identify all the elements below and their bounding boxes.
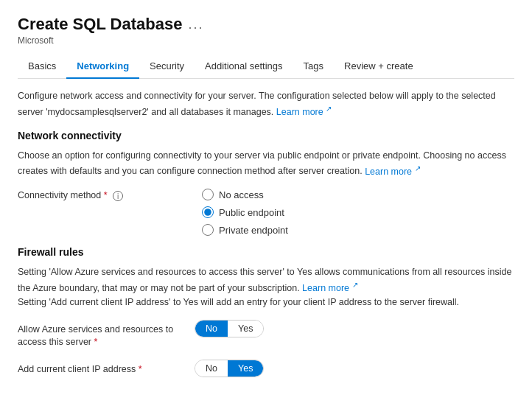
external-link-icon-2: ↗ bbox=[415, 164, 421, 172]
info-icon[interactable]: i bbox=[113, 191, 123, 201]
radio-private-endpoint-label: Private endpoint bbox=[219, 225, 288, 236]
connectivity-desc: Choose an option for configuring connect… bbox=[18, 149, 514, 179]
tab-additional-settings[interactable]: Additional settings bbox=[195, 55, 293, 79]
add-ip-required: * bbox=[139, 364, 142, 374]
tab-tags[interactable]: Tags bbox=[293, 55, 334, 79]
connectivity-radio-group: No access Public endpoint Private endpoi… bbox=[202, 189, 288, 236]
firewall-section-title: Firewall rules bbox=[18, 246, 514, 258]
radio-private-endpoint-input[interactable] bbox=[202, 224, 214, 236]
connectivity-learn-more-link[interactable]: Learn more ↗ bbox=[365, 167, 420, 177]
tab-networking[interactable]: Networking bbox=[66, 55, 139, 79]
add-ip-label: Add current client IP address * bbox=[18, 360, 195, 377]
add-ip-toggle[interactable]: No Yes bbox=[195, 360, 264, 377]
tabs-nav: Basics Networking Security Additional se… bbox=[18, 55, 514, 79]
title-text: Create SQL Database bbox=[18, 15, 182, 34]
radio-private-endpoint[interactable]: Private endpoint bbox=[202, 224, 288, 236]
external-link-icon: ↗ bbox=[326, 105, 332, 113]
tab-security[interactable]: Security bbox=[139, 55, 195, 79]
firewall-info-1: Setting 'Allow Azure services and resour… bbox=[18, 265, 514, 309]
page-title: Create SQL Database bbox=[18, 15, 182, 34]
radio-public-endpoint-input[interactable] bbox=[202, 206, 214, 218]
allow-azure-required: * bbox=[94, 337, 98, 347]
radio-public-endpoint[interactable]: Public endpoint bbox=[202, 206, 288, 218]
radio-public-endpoint-label: Public endpoint bbox=[219, 207, 284, 218]
allow-azure-label: Allow Azure services and resources toacc… bbox=[18, 320, 195, 349]
intro-content: Configure network access and connectivit… bbox=[18, 91, 496, 117]
allow-azure-toggle[interactable]: No Yes bbox=[195, 320, 264, 337]
add-ip-row: Add current client IP address * No Yes bbox=[18, 360, 514, 377]
radio-no-access-label: No access bbox=[219, 189, 264, 200]
allow-azure-no[interactable]: No bbox=[195, 321, 228, 337]
add-ip-toggle-control[interactable]: No Yes bbox=[195, 360, 264, 377]
allow-azure-toggle-control[interactable]: No Yes bbox=[195, 320, 264, 337]
connectivity-method-label: Connectivity method * i bbox=[18, 189, 195, 201]
intro-learn-more-link[interactable]: Learn more ↗ bbox=[276, 107, 332, 117]
allow-azure-yes[interactable]: Yes bbox=[228, 321, 263, 337]
connectivity-section-title: Network connectivity bbox=[18, 130, 514, 141]
allow-azure-row: Allow Azure services and resources toacc… bbox=[18, 320, 514, 349]
subtitle: Microsoft bbox=[18, 35, 514, 46]
external-link-icon-3: ↗ bbox=[352, 281, 358, 289]
add-ip-yes[interactable]: Yes bbox=[228, 360, 263, 377]
add-ip-no[interactable]: No bbox=[195, 360, 228, 377]
tab-basics[interactable]: Basics bbox=[18, 55, 66, 79]
radio-no-access-input[interactable] bbox=[202, 189, 214, 200]
firewall-learn-more-link[interactable]: Learn more ↗ bbox=[302, 283, 357, 293]
tab-review-create[interactable]: Review + create bbox=[334, 55, 424, 79]
more-options-button[interactable]: ... bbox=[188, 17, 203, 32]
radio-no-access[interactable]: No access bbox=[202, 189, 288, 200]
intro-text: Configure network access and connectivit… bbox=[18, 89, 514, 119]
required-indicator: * bbox=[104, 190, 108, 200]
